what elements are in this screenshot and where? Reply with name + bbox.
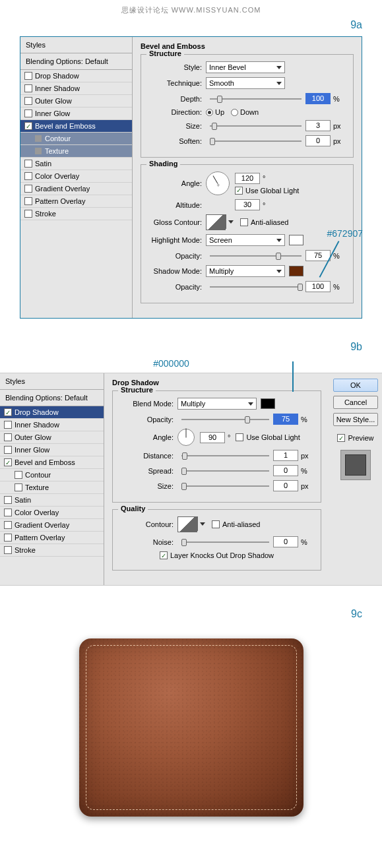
checkbox-icon[interactable] (4, 408, 12, 416)
checkbox-icon[interactable] (15, 483, 22, 491)
ok-button[interactable]: OK (333, 379, 378, 392)
checkbox-icon[interactable] (24, 109, 32, 117)
contour-swatch[interactable] (177, 516, 197, 532)
style-gradient-overlay[interactable]: Gradient Overlay (0, 519, 104, 532)
global-light-checkbox[interactable] (235, 187, 243, 195)
angle-wheel[interactable] (177, 429, 195, 446)
checkbox-icon[interactable] (4, 546, 12, 554)
distance-input[interactable]: 1 (273, 450, 298, 461)
shadow-color-swatch[interactable] (289, 266, 303, 276)
checkbox-icon[interactable] (24, 72, 32, 80)
checkbox-icon[interactable] (24, 122, 32, 130)
spread-input[interactable]: 0 (273, 465, 298, 476)
shadow-mode-dropdown[interactable]: Multiply (206, 265, 285, 277)
spread-slider[interactable] (181, 466, 269, 476)
cancel-button[interactable]: Cancel (333, 396, 378, 409)
style-drop-shadow[interactable]: Drop Shadow (20, 70, 132, 82)
angle-input[interactable]: 90 (200, 432, 225, 443)
style-outer-glow[interactable]: Outer Glow (0, 431, 104, 444)
checkbox-icon[interactable] (4, 433, 12, 441)
contour-dropdown[interactable] (197, 516, 203, 531)
checkbox-icon[interactable] (4, 496, 12, 504)
size-input[interactable]: 0 (273, 480, 298, 491)
checkbox-icon[interactable] (4, 534, 12, 542)
noise-input[interactable]: 0 (273, 536, 298, 547)
checkbox-icon[interactable] (24, 210, 32, 218)
style-texture-sub[interactable]: Texture (0, 481, 104, 494)
checkbox-icon[interactable] (4, 521, 12, 529)
style-bevel-emboss[interactable]: Bevel and Emboss (20, 120, 132, 133)
knockout-checkbox[interactable] (160, 551, 168, 559)
new-style-button[interactable]: New Style... (333, 413, 378, 426)
direction-down[interactable]: Down (231, 108, 259, 116)
checkbox-icon[interactable] (15, 471, 22, 479)
depth-input[interactable]: 100 (305, 93, 331, 104)
altitude-input[interactable]: 30 (235, 199, 260, 210)
checkbox-icon[interactable] (24, 172, 32, 180)
highlight-mode-label: Highlight Mode: (148, 236, 202, 244)
style-contour-sub[interactable]: Contour (20, 133, 132, 145)
angle-wheel[interactable]: + (206, 171, 230, 195)
global-light-label: Use Global Light (246, 433, 300, 441)
checkbox-icon[interactable] (24, 84, 32, 92)
style-pattern-overlay[interactable]: Pattern Overlay (0, 532, 104, 544)
checkbox-icon[interactable] (24, 197, 32, 205)
style-stroke[interactable]: Stroke (20, 208, 132, 220)
checkbox-icon[interactable] (4, 421, 12, 429)
style-inner-shadow[interactable]: Inner Shadow (20, 82, 132, 95)
highlight-color-swatch[interactable] (289, 235, 303, 245)
checkbox-icon[interactable] (24, 160, 32, 168)
style-bevel-emboss[interactable]: Bevel and Emboss (0, 456, 104, 469)
style-color-overlay[interactable]: Color Overlay (0, 507, 104, 519)
gloss-contour[interactable] (206, 214, 226, 230)
opacity-slider[interactable] (181, 415, 269, 424)
depth-slider[interactable] (210, 94, 302, 104)
style-color-overlay[interactable]: Color Overlay (20, 170, 132, 183)
checkbox-icon[interactable] (24, 97, 32, 105)
technique-dropdown[interactable]: Smooth (206, 77, 285, 89)
style-inner-glow[interactable]: Inner Glow (0, 444, 104, 456)
style-stroke[interactable]: Stroke (0, 544, 104, 557)
antialiased-checkbox[interactable] (212, 520, 220, 528)
style-gradient-overlay[interactable]: Gradient Overlay (20, 183, 132, 195)
shadow-mode-label: Shadow Mode: (148, 267, 202, 275)
soften-input[interactable]: 0 (305, 135, 331, 146)
size-slider[interactable] (210, 121, 302, 131)
style-dropdown[interactable]: Inner Bevel (206, 61, 285, 73)
style-outer-glow[interactable]: Outer Glow (20, 95, 132, 108)
style-drop-shadow[interactable]: Drop Shadow (0, 406, 104, 419)
highlight-mode-dropdown[interactable]: Screen (206, 234, 285, 246)
style-texture-sub[interactable]: Texture (20, 145, 132, 158)
style-satin[interactable]: Satin (20, 158, 132, 170)
blend-color-swatch[interactable] (261, 398, 275, 409)
s-opacity-slider[interactable] (210, 282, 302, 292)
s-opacity-input[interactable]: 100 (305, 281, 331, 292)
angle-input[interactable]: 120 (235, 173, 260, 184)
style-satin[interactable]: Satin (0, 494, 104, 507)
checkbox-icon[interactable] (4, 509, 12, 516)
size-slider[interactable] (181, 481, 269, 491)
direction-up[interactable]: Up (206, 108, 224, 116)
size-input[interactable]: 3 (305, 120, 331, 131)
antialiased-checkbox[interactable] (240, 218, 248, 226)
blending-options[interactable]: Blending Options: Default (20, 53, 132, 70)
noise-slider[interactable] (181, 538, 269, 547)
blending-options[interactable]: Blending Options: Default (0, 390, 104, 406)
style-pattern-overlay[interactable]: Pattern Overlay (20, 195, 132, 208)
h-opacity-slider[interactable] (210, 251, 302, 261)
style-inner-shadow[interactable]: Inner Shadow (0, 419, 104, 431)
global-light-checkbox[interactable] (236, 433, 243, 441)
preview-checkbox-row[interactable]: Preview (337, 434, 373, 442)
preview-box (340, 450, 371, 480)
contour-dropdown[interactable] (226, 214, 231, 229)
h-opacity-input[interactable]: 75 (305, 250, 331, 261)
opacity-input[interactable]: 75 (273, 414, 298, 425)
soften-slider[interactable] (210, 137, 302, 146)
style-inner-glow[interactable]: Inner Glow (20, 108, 132, 120)
blend-mode-dropdown[interactable]: Multiply (177, 398, 257, 410)
checkbox-icon[interactable] (4, 446, 12, 454)
style-contour-sub[interactable]: Contour (0, 469, 104, 481)
distance-slider[interactable] (181, 451, 269, 460)
checkbox-icon[interactable] (24, 185, 32, 193)
checkbox-icon[interactable] (4, 458, 12, 466)
